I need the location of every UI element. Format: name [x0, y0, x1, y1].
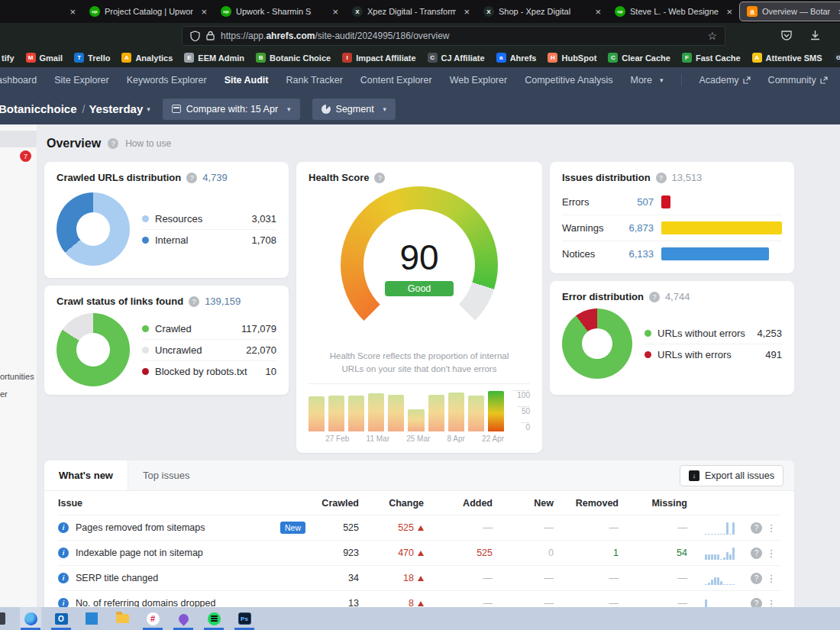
column-header-crawled[interactable]: Crawled [305, 498, 359, 509]
sidebar-item-opportunities[interactable]: ortunities [0, 372, 34, 381]
issue-name[interactable]: SERP title changed [76, 573, 158, 583]
help-icon[interactable]: ? [189, 296, 199, 307]
tab-close-icon[interactable]: × [595, 6, 601, 18]
nav-item-competitive-analysis[interactable]: Competitive Analysis [525, 75, 612, 86]
bookmark-item[interactable]: CClear Cache [608, 53, 670, 63]
shield-icon[interactable] [190, 31, 200, 41]
bookmark-item[interactable]: IImpact Affiliate [342, 53, 415, 63]
bookmark-item[interactable]: AAttentive SMS [752, 53, 822, 63]
browser-tab[interactable]: upSteve L. - Web Designer | Digita× [608, 0, 739, 23]
help-icon[interactable]: ? [108, 138, 118, 149]
project-name[interactable]: Botanicchoice [0, 102, 77, 115]
legend-item[interactable]: Internal1,708 [142, 230, 276, 250]
taskbar-icon-firefox[interactable] [20, 607, 41, 630]
tab-close-icon[interactable]: × [69, 6, 76, 18]
download-icon[interactable] [809, 30, 821, 41]
help-icon[interactable]: ? [656, 173, 667, 183]
kebab-menu-icon[interactable]: ⋮ [762, 548, 780, 559]
trend-sparkline[interactable] [687, 521, 735, 535]
taskbar-icon-outlook[interactable]: O [50, 607, 72, 630]
address-bar[interactable]: https://app.ahrefs.com/site-audit/202499… [182, 26, 725, 46]
url-text[interactable]: https://app.ahrefs.com/site-audit/202499… [221, 31, 450, 41]
info-icon[interactable]: i [58, 548, 69, 558]
how-to-use-link[interactable]: How to use [125, 138, 171, 149]
nav-item-keywords-explorer[interactable]: Keywords Explorer [127, 75, 207, 86]
table-row[interactable]: iIndexable page not in sitemap9234705250… [58, 541, 780, 566]
tab-close-icon[interactable]: × [464, 6, 470, 18]
nav-item-site-explorer[interactable]: Site Explorer [54, 75, 109, 86]
sidebar-item-selected[interactable] [0, 131, 37, 147]
bookmark-item[interactable]: AAnalytics [121, 53, 173, 63]
help-icon[interactable]: ? [751, 573, 762, 584]
taskbar-icon-vscode[interactable] [81, 607, 102, 630]
kebab-menu-icon[interactable]: ⋮ [762, 522, 780, 534]
legend-item[interactable]: Blocked by robots.txt10 [142, 361, 276, 382]
history-bar[interactable] [309, 396, 325, 431]
browser-tab[interactable]: XShop - Xpez Digital× [477, 0, 608, 23]
tab-close-icon[interactable]: × [726, 6, 732, 18]
history-bar[interactable] [388, 395, 404, 432]
history-bar[interactable] [448, 393, 464, 431]
issue-type-row[interactable]: Notices6,133 [562, 241, 782, 267]
help-icon[interactable]: ? [751, 548, 762, 559]
crawled-urls-donut-chart[interactable] [57, 192, 130, 266]
history-bar[interactable] [428, 395, 444, 432]
column-header-issue[interactable]: Issue [58, 498, 305, 509]
bookmark-item[interactable]: HHubSpot [548, 53, 596, 63]
bookmark-item[interactable]: tify [0, 53, 15, 63]
help-icon[interactable]: ? [751, 522, 762, 534]
bookmark-item[interactable]: FFast Cache [682, 53, 741, 63]
health-score-history-chart[interactable]: 100500 27 Feb11 Mar25 Mar8 Apr22 Apr [309, 383, 530, 443]
history-bar[interactable] [328, 396, 344, 432]
tab-what-s-new[interactable]: What's new [44, 460, 128, 490]
tab-top-issues[interactable]: Top issues [128, 460, 204, 490]
trend-sparkline[interactable] [687, 571, 735, 585]
nav-item-rank-tracker[interactable]: Rank Tracker [286, 75, 343, 86]
nav-item-dashboard[interactable]: Dashboard [0, 75, 37, 86]
issue-type-row[interactable]: Errors507 [562, 189, 782, 215]
compare-with-button[interactable]: Compare with: 15 Apr ▾ [163, 99, 300, 120]
table-row[interactable]: iPages removed from sitemapsNew525525———… [58, 515, 780, 541]
legend-item[interactable]: Resources3,031 [142, 208, 276, 230]
pocket-icon[interactable] [780, 30, 793, 41]
nav-link-academy[interactable]: Academy [699, 75, 751, 86]
nav-item-web-explorer[interactable]: Web Explorer [450, 75, 508, 86]
bookmark-item[interactable]: aAhrefs [496, 53, 537, 63]
nav-item-content-explorer[interactable]: Content Explorer [360, 75, 432, 86]
browser-tab[interactable]: upUpwork - Sharmin S× [214, 0, 345, 23]
history-bar[interactable] [488, 391, 504, 431]
export-all-issues-button[interactable]: ↓ Export all issues [680, 465, 783, 486]
info-icon[interactable]: i [58, 522, 69, 533]
column-header-new[interactable]: New [493, 498, 554, 509]
browser-tab[interactable]: × [0, 0, 82, 23]
issue-name[interactable]: Indexable page not in sitemap [76, 548, 203, 558]
history-bar[interactable] [408, 409, 424, 432]
bookmark-item[interactable]: EEEM Admin [184, 53, 244, 63]
trend-sparkline[interactable] [687, 546, 735, 560]
taskbar-icon-slack[interactable]: # [142, 607, 163, 630]
bookmark-item[interactable]: GGitHub [834, 53, 840, 63]
legend-item[interactable]: URLs with errors491 [645, 344, 782, 365]
card-total[interactable]: 4,739 [202, 172, 228, 183]
taskbar-icon-paint[interactable] [173, 607, 194, 630]
legend-item[interactable]: URLs without errors4,253 [645, 323, 782, 344]
bookmark-item[interactable]: CCJ Affiliate [428, 53, 485, 63]
taskbar-edge-icon[interactable] [0, 612, 5, 625]
taskbar-icon-explorer[interactable] [111, 607, 133, 630]
legend-item[interactable]: Crawled117,079 [142, 318, 276, 340]
taskbar-icon-photoshop[interactable]: Ps [234, 607, 255, 630]
kebab-menu-icon[interactable]: ⋮ [762, 573, 780, 584]
column-header-change[interactable]: Change [359, 498, 424, 509]
nav-item-more[interactable]: More▾ [630, 75, 663, 86]
card-total[interactable]: 4,744 [665, 291, 690, 302]
history-bar[interactable] [348, 396, 364, 431]
nav-link-community[interactable]: Community [768, 75, 828, 86]
scope-selector[interactable]: Yesterday [89, 102, 143, 115]
browser-tab[interactable]: XXpez Digital - Transform ordina× [345, 0, 477, 23]
column-header-removed[interactable]: Removed [554, 498, 619, 509]
taskbar-icon-spotify[interactable] [203, 607, 225, 630]
bookmark-item[interactable]: TTrello [74, 53, 110, 63]
card-total[interactable]: 139,159 [205, 296, 241, 307]
column-header-missing[interactable]: Missing [619, 498, 687, 509]
tab-close-icon[interactable]: × [201, 6, 207, 18]
